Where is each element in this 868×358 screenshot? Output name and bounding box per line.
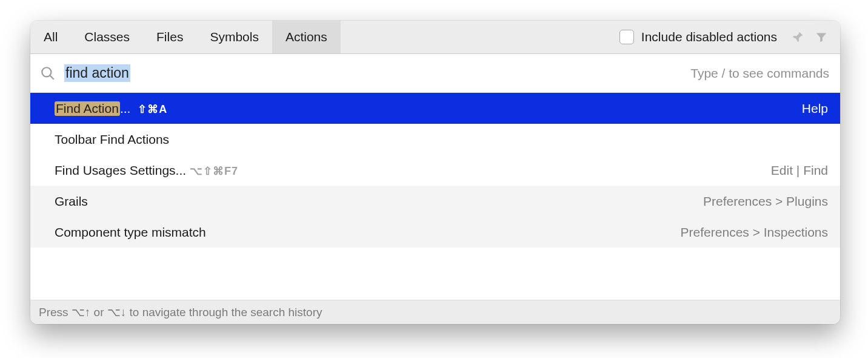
result-location: Preferences > Inspections [681, 225, 828, 240]
tab-symbols[interactable]: Symbols [196, 21, 272, 53]
results-list: Find Action... ⇧⌘A Help Toolbar Find Act… [30, 93, 840, 300]
footer-hint: Press ⌥↑ or ⌥↓ to navigate through the s… [30, 300, 840, 324]
result-row[interactable]: Component type mismatch Preferences > In… [30, 217, 840, 248]
result-left: Toolbar Find Actions [55, 132, 169, 147]
result-highlight: Find Action [55, 101, 120, 116]
svg-line-1 [50, 75, 54, 79]
tab-bar: All Classes Files Symbols Actions Includ… [30, 21, 840, 54]
result-left: Find Usages Settings... ⌥⇧⌘F7 [55, 163, 238, 178]
filter-icon[interactable] [813, 29, 829, 45]
result-label: Grails [55, 194, 88, 209]
tab-label: Symbols [210, 30, 259, 44]
result-row[interactable]: Toolbar Find Actions [30, 124, 840, 155]
result-shortcut: ⌥⇧⌘F7 [190, 164, 238, 178]
search-row: find action Type / to see commands [30, 54, 840, 93]
search-icon [40, 66, 56, 81]
result-row[interactable]: Grails Preferences > Plugins [30, 186, 840, 217]
tab-label: Actions [285, 30, 327, 44]
result-row[interactable]: Find Action... ⇧⌘A Help [30, 93, 840, 124]
result-left: Find Action... ⇧⌘A [55, 101, 167, 116]
result-row[interactable]: Find Usages Settings... ⌥⇧⌘F7 Edit | Fin… [30, 155, 840, 186]
result-shortcut: ⇧⌘A [138, 103, 167, 116]
search-input[interactable]: find action [64, 64, 690, 82]
tab-actions[interactable]: Actions [272, 21, 341, 53]
tab-files[interactable]: Files [143, 21, 196, 53]
tab-label: All [44, 30, 58, 44]
tab-classes[interactable]: Classes [71, 21, 143, 53]
result-label: Toolbar Find Actions [55, 132, 169, 147]
result-label: Find Usages Settings... [55, 163, 186, 178]
result-location: Preferences > Plugins [703, 194, 828, 209]
result-suffix: ... [120, 101, 134, 116]
include-disabled-checkbox[interactable] [619, 30, 634, 44]
tab-label: Files [156, 30, 183, 44]
tab-bar-right-controls: Include disabled actions [619, 21, 840, 53]
result-left: Grails [55, 194, 88, 209]
tab-label: Classes [84, 30, 130, 44]
footer-text: Press ⌥↑ or ⌥↓ to navigate through the s… [39, 305, 322, 319]
result-location: Edit | Find [771, 163, 828, 178]
result-left: Component type mismatch [55, 225, 206, 240]
result-label: Component type mismatch [55, 225, 206, 240]
result-location: Help [802, 101, 828, 116]
include-disabled-label: Include disabled actions [641, 30, 777, 44]
pin-icon[interactable] [790, 29, 806, 45]
search-hint: Type / to see commands [690, 66, 829, 81]
spacer [341, 21, 619, 53]
search-everywhere-popup: All Classes Files Symbols Actions Includ… [30, 21, 840, 324]
search-input-value: find action [64, 64, 130, 82]
tab-all[interactable]: All [30, 21, 71, 53]
svg-point-0 [42, 67, 51, 76]
